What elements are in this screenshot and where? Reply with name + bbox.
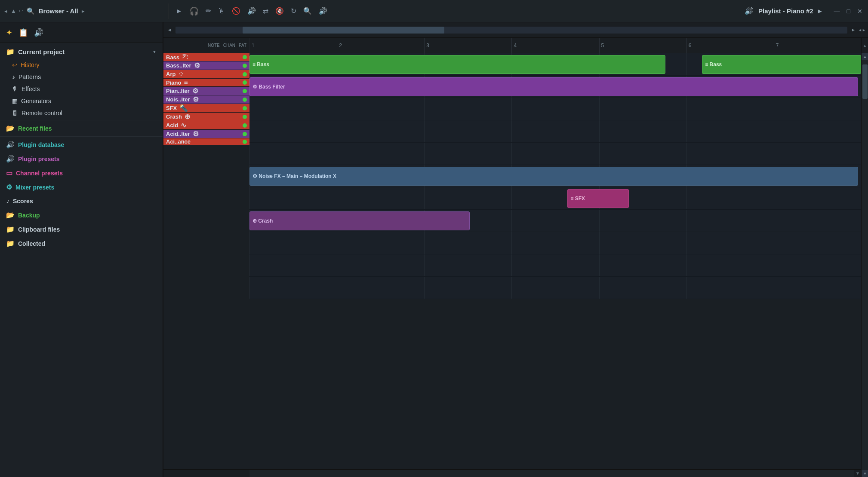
vscroll-up-btn[interactable]: ▲: [861, 38, 868, 53]
swap-btn[interactable]: ⇄: [262, 6, 270, 16]
track-label-piano-filter[interactable]: Pian..lter ⚙: [163, 87, 249, 95]
horizontal-scrollbar[interactable]: [249, 470, 854, 477]
acid-filter-dot[interactable]: [243, 132, 247, 136]
search-icon[interactable]: 🔍: [25, 6, 36, 16]
play-btn[interactable]: ►: [174, 6, 184, 16]
track-content-arp[interactable]: [249, 98, 861, 120]
nav-prev-btn[interactable]: ◄: [3, 9, 8, 14]
channel-presets-label: Channel presets: [16, 170, 63, 177]
ruler-mark-7: 7: [774, 38, 861, 53]
loop-btn[interactable]: ↻: [289, 6, 298, 16]
vscroll-down-btn[interactable]: ▼: [862, 470, 868, 477]
sidebar-item-history[interactable]: ↩ History: [0, 59, 163, 71]
bass-dot[interactable]: [243, 55, 247, 59]
zoom-btn[interactable]: 🔍: [302, 6, 313, 16]
all-tracks: Bass 𝄢: Bass..lter ⚙ Arp ⁘: [163, 53, 861, 477]
history-label: History: [21, 61, 40, 68]
piano-filter-dot[interactable]: [243, 89, 247, 93]
crash-clip[interactable]: ⊕ Crash: [249, 211, 470, 230]
crash-dot[interactable]: [243, 115, 247, 119]
track-content-bass[interactable]: ≡ Bass ≡ Bass: [249, 53, 861, 76]
acid-dot[interactable]: [243, 123, 247, 128]
nav-back-btn[interactable]: ↩: [19, 8, 23, 14]
track-content-piano[interactable]: [249, 120, 861, 143]
track-content-piano-filter[interactable]: [249, 143, 861, 165]
sidebar-item-backup[interactable]: 📂 Backup: [0, 208, 163, 222]
bass-clip-2-label: ≡ Bass: [705, 61, 722, 67]
win-maximize-btn[interactable]: □: [845, 7, 853, 15]
sidebar-item-mixer-presets[interactable]: ⚙ Mixer presets: [0, 180, 163, 194]
star-icon[interactable]: ✦: [6, 28, 12, 37]
headphones-btn[interactable]: 🎧: [188, 5, 200, 17]
track-label-arp[interactable]: Arp ⁘: [163, 70, 249, 79]
nois-filter-clip[interactable]: ⚙ Noise FX – Main – Modulation X: [249, 167, 858, 186]
sfx-dot[interactable]: [243, 106, 247, 110]
arp-dot[interactable]: [243, 72, 247, 76]
sidebar-item-effects[interactable]: 🎙 Effects: [0, 83, 163, 95]
sidebar-item-plugin-presets[interactable]: 🔊 Plugin presets: [0, 152, 163, 166]
piano-dot[interactable]: [243, 80, 247, 85]
timeline-next-btn[interactable]: ►: [849, 24, 858, 36]
sidebar-item-patterns[interactable]: ♪ Patterns: [0, 71, 163, 83]
timeline-ruler[interactable]: 1 2 3 4 5 6 7: [249, 38, 861, 53]
tracks-and-scroll: Bass 𝄢: Bass..lter ⚙ Arp ⁘: [163, 53, 868, 477]
cursor-btn[interactable]: 🖱: [217, 6, 226, 16]
bass-filter-dot[interactable]: [243, 64, 247, 68]
sidebar-item-plugin-database[interactable]: 🔊 Plugin database: [0, 138, 163, 152]
current-project-header[interactable]: 📁 Current project ▼: [0, 45, 163, 59]
nois-filter-dot[interactable]: [243, 98, 247, 102]
volume-btn[interactable]: 🔊: [246, 6, 257, 16]
timeline-scrollbar[interactable]: [175, 27, 847, 34]
track-content-aciance[interactable]: [249, 277, 861, 299]
nav-up-btn[interactable]: ▲: [11, 8, 16, 14]
sidebar-item-generators[interactable]: ▦ Generators: [0, 95, 163, 107]
nav-next-btn[interactable]: ►: [81, 9, 86, 14]
track-content-crash[interactable]: ⊕ Crash: [249, 210, 861, 232]
playlist-nav-btn[interactable]: ►: [817, 7, 823, 15]
speaker-icon[interactable]: 🔊: [34, 28, 43, 37]
sfx-clip[interactable]: ≡ SFX: [567, 189, 628, 208]
track-content-bass-filter[interactable]: ⚙ Bass Filter: [249, 76, 861, 98]
mute-btn[interactable]: 🚫: [231, 6, 242, 16]
bass-filter-clip-label: ⚙ Bass Filter: [252, 84, 285, 90]
timeline-prev-btn[interactable]: ◄: [165, 24, 174, 36]
track-content-acid[interactable]: [249, 232, 861, 254]
patterns-label: Patterns: [18, 73, 41, 80]
speaker2-btn[interactable]: 🔊: [317, 6, 329, 16]
track-label-crash[interactable]: Crash ⊕: [163, 113, 249, 121]
main-layout: ✦ 📋 🔊 📁 Current project ▼ ↩ History ♪ Pa…: [0, 22, 868, 477]
vscroll-track[interactable]: [862, 60, 868, 470]
timeline-expand-btn[interactable]: ◄►: [858, 24, 866, 36]
sidebar-item-clipboard[interactable]: 📁 Clipboard files: [0, 222, 163, 236]
track-content-acid-filter[interactable]: [249, 254, 861, 277]
sidebar-item-channel-presets[interactable]: ▭ Channel presets: [0, 166, 163, 180]
track-content-nois-filter[interactable]: ⚙ Noise FX – Main – Modulation X: [249, 165, 861, 187]
sidebar-item-remote-control[interactable]: 🎛 Remote control: [0, 107, 163, 119]
bass-clip-2[interactable]: ≡ Bass: [702, 55, 861, 74]
sidebar-item-collected[interactable]: 📁 Collected: [0, 236, 163, 251]
win-minimize-btn[interactable]: —: [832, 7, 842, 15]
track-content-sfx[interactable]: ≡ SFX: [249, 187, 861, 210]
mute2-btn[interactable]: 🔇: [274, 6, 285, 16]
sidebar-item-scores[interactable]: ♪ Scores: [0, 194, 163, 208]
sidebar-item-recent-files[interactable]: 📂 Recent files: [0, 121, 163, 135]
win-close-btn[interactable]: ✕: [855, 7, 865, 15]
bass-clip-1[interactable]: ≡ Bass: [249, 55, 665, 74]
track-label-acid-filter[interactable]: Acid..lter ⚙: [163, 130, 249, 138]
track-label-aciance[interactable]: Aci..ance: [163, 138, 249, 145]
pencil-btn[interactable]: ✏: [204, 6, 212, 16]
file-icon[interactable]: 📋: [18, 28, 28, 37]
collected-icon: 📁: [6, 239, 15, 248]
crash-icon: ⊕: [185, 113, 190, 121]
track-label-sfx[interactable]: SFX 🔦: [163, 104, 249, 113]
aciance-dot[interactable]: [243, 140, 247, 144]
vscroll-up-btn-2[interactable]: ▲: [862, 53, 868, 60]
scores-icon: ♪: [6, 197, 9, 205]
track-label-piano[interactable]: Piano ≡: [163, 79, 249, 87]
track-label-bass-filter[interactable]: Bass..lter ⚙: [163, 61, 249, 70]
track-label-bass[interactable]: Bass 𝄢:: [163, 53, 249, 61]
bottom-corner-btn[interactable]: ▼: [854, 470, 861, 477]
track-label-acid[interactable]: Acid ∿: [163, 121, 249, 130]
track-label-nois-filter[interactable]: Nois..lter ⚙: [163, 95, 249, 104]
bass-filter-clip[interactable]: ⚙ Bass Filter: [249, 77, 858, 96]
